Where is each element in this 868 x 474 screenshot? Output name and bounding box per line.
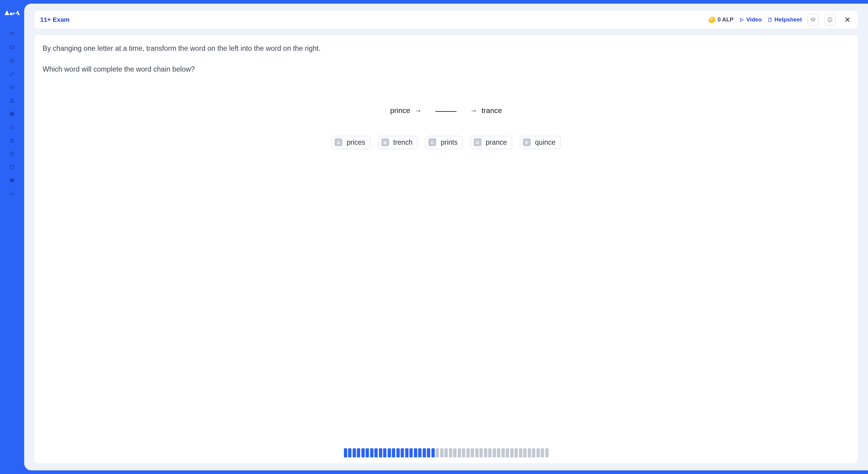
alp-balance: 0 ALP — [709, 16, 734, 23]
close-button[interactable] — [843, 15, 852, 24]
progress-tick — [357, 448, 360, 457]
coins-icon — [709, 17, 715, 23]
progress-tick — [497, 448, 500, 457]
progress-tick — [471, 448, 474, 457]
svg-point-17 — [10, 86, 10, 86]
progress-tick — [488, 448, 492, 457]
graduation-cap-icon — [810, 17, 816, 22]
help-icon[interactable] — [6, 148, 18, 160]
progress-tick — [536, 448, 540, 457]
svg-rect-8 — [12, 34, 13, 35]
progress-tick — [401, 448, 404, 457]
svg-rect-5 — [12, 32, 13, 33]
progress-tick — [510, 448, 514, 457]
group-icon[interactable] — [6, 135, 18, 147]
video-link[interactable]: Video — [739, 16, 762, 23]
grid-icon[interactable] — [6, 28, 18, 40]
svg-rect-9 — [13, 34, 14, 35]
word-chain: prince → → trance — [42, 106, 849, 115]
pie-icon[interactable] — [6, 108, 18, 120]
progress-tick — [353, 448, 356, 457]
alert-circle-icon — [827, 17, 833, 22]
user-gear-icon[interactable] — [6, 121, 18, 133]
svg-rect-30 — [12, 179, 12, 181]
option-a[interactable]: A prices — [332, 136, 370, 149]
progress-tick — [370, 448, 373, 457]
svg-rect-10 — [10, 46, 14, 48]
progress-tick — [462, 448, 465, 457]
progress-tick — [366, 448, 369, 457]
svg-point-18 — [10, 87, 10, 88]
progress-tick — [449, 448, 452, 457]
play-circle-icon[interactable] — [6, 55, 18, 67]
option-label: prance — [486, 138, 507, 147]
svg-marker-3 — [16, 10, 20, 15]
svg-marker-2 — [13, 13, 16, 15]
refresh-icon[interactable] — [6, 161, 18, 173]
progress-tick — [484, 448, 487, 457]
progress-tick — [427, 448, 430, 457]
progress-tick — [405, 448, 408, 457]
report-button[interactable] — [824, 14, 836, 25]
progress-tick — [493, 448, 496, 457]
graduate-button[interactable] — [807, 14, 819, 25]
progress-tick — [532, 448, 535, 457]
progress-tick — [501, 448, 505, 457]
progress-tick — [388, 448, 391, 457]
progress-tick — [515, 448, 518, 457]
option-e[interactable]: E quince — [520, 136, 561, 149]
progress-tick — [348, 448, 351, 457]
progress-tick — [458, 448, 461, 457]
progress-tick — [362, 448, 365, 457]
progress-tick — [466, 448, 470, 457]
question-card: By changing one letter at a time, transf… — [34, 34, 858, 464]
option-key: C — [428, 138, 436, 146]
list-icon[interactable] — [6, 81, 18, 93]
chain-blank — [435, 111, 457, 112]
helpsheet-link[interactable]: Helpsheet — [767, 16, 802, 23]
progress-tick — [344, 448, 347, 457]
option-key: D — [474, 138, 482, 146]
close-icon — [844, 16, 851, 23]
progress-tick — [545, 448, 549, 457]
alert-icon[interactable] — [6, 174, 18, 186]
progress-tick — [409, 448, 413, 457]
progress-tick — [528, 448, 531, 457]
svg-point-21 — [12, 99, 14, 100]
svg-point-36 — [830, 21, 830, 21]
progress-tick — [418, 448, 422, 457]
progress-tick — [436, 448, 439, 457]
screen-icon[interactable] — [6, 41, 18, 54]
option-label: prices — [347, 138, 365, 147]
progress-tick — [519, 448, 522, 457]
option-d[interactable]: D prance — [471, 136, 512, 149]
document-icon — [767, 17, 772, 22]
svg-point-19 — [10, 89, 10, 89]
alp-label: 0 ALP — [718, 16, 734, 23]
pencil-icon[interactable] — [6, 68, 18, 80]
users-icon[interactable] — [6, 94, 18, 107]
logout-icon[interactable] — [6, 187, 18, 200]
option-label: prints — [440, 138, 457, 147]
page-title: 11+ Exam — [40, 16, 70, 23]
play-icon — [739, 17, 744, 22]
option-c[interactable]: C prints — [425, 136, 463, 149]
option-key: B — [381, 138, 389, 146]
video-label: Video — [746, 16, 762, 23]
main-panel: 11+ Exam 0 ALP Video Helpsheet — [24, 4, 868, 470]
topbar: 11+ Exam 0 ALP Video Helpsheet — [34, 10, 858, 29]
progress-tick — [379, 448, 382, 457]
svg-point-28 — [12, 155, 12, 155]
question-line-2: Which word will complete the word chain … — [42, 64, 849, 75]
svg-rect-6 — [13, 32, 14, 33]
option-key: E — [523, 138, 531, 146]
option-key: A — [335, 138, 342, 146]
option-label: quince — [535, 138, 556, 147]
helpsheet-label: Helpsheet — [774, 16, 802, 23]
question-line-1: By changing one letter at a time, transf… — [42, 43, 849, 54]
progress-tick — [523, 448, 527, 457]
arrow-icon: → — [470, 106, 477, 115]
option-b[interactable]: B trench — [378, 136, 418, 149]
svg-rect-1 — [10, 13, 12, 15]
arrow-icon: → — [414, 106, 422, 115]
